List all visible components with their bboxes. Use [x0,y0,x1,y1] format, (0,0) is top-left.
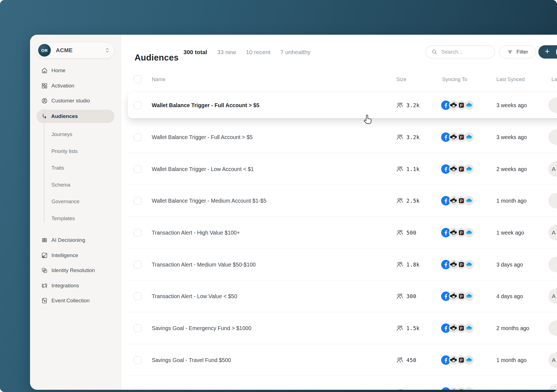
row-checkbox[interactable] [134,388,141,390]
column-header-clipped: La [551,76,557,82]
last-synced-value: 3 weeks ago [496,134,527,140]
sidebar-nav-item[interactable]: Identity Resolution [30,263,121,278]
last-synced-value: 2 months ago [496,325,529,331]
syncing-destinations: salesforce [441,100,474,110]
nav-item-icon [41,82,48,89]
audience-size-icon [396,261,403,268]
audience-size-icon [396,388,403,390]
sidebar-nav-item[interactable]: Activation [30,78,121,94]
facebook-icon [441,387,451,390]
sidebar-nav-item[interactable]: Event Collection [30,293,121,308]
column-header-name: Name [152,76,165,82]
avatar [548,193,557,208]
audience-size-icon [396,165,403,173]
app-window: OR ACME Home Activation Customer studio … [30,35,557,390]
svg-text:salesforce: salesforce [467,105,471,106]
svg-text:salesforce: salesforce [467,328,471,329]
audience-table-body: Wallet Balance Trigger - Full Account > … [121,89,557,390]
nav-item-icon [41,252,48,259]
audience-table-row[interactable]: Savings Goal Trigger - Rainy Day Fund $1… [121,376,557,390]
sidebar: OR ACME Home Activation Customer studio … [30,35,121,390]
sidebar-nav-item[interactable]: Customer studio [30,93,121,109]
audience-name: Transaction Alert - High Value $100+ [152,230,240,236]
search-input[interactable] [441,49,489,55]
select-all-checkbox[interactable] [134,75,141,83]
last-synced-value: 4 days ago [496,293,523,300]
sidebar-sub-item[interactable]: Traits [30,160,121,177]
row-checkbox[interactable] [134,197,141,205]
audience-name: Wallet Balance Trigger - Medium Account … [152,198,266,204]
filter-label: Filter [516,49,528,55]
svg-text:salesforce: salesforce [467,169,471,170]
row-checkbox[interactable] [134,356,141,364]
audience-size-value: 450 [406,357,416,363]
audience-name: Transaction Alert - Medium Value $50-$10… [152,261,256,268]
salesforce-icon: salesforce [464,292,474,301]
audience-table-row[interactable]: Transaction Alert - Medium Value $50-$10… [121,248,557,280]
nav-item-icon [41,282,48,289]
nav-item-label: Identity Resolution [51,267,95,273]
avatar [548,257,557,272]
audience-table-row[interactable]: Transaction Alert - Low Value < $50 300 … [121,280,557,312]
row-checkbox[interactable] [134,229,141,237]
sidebar-nav-item[interactable]: Intelligence [30,248,121,263]
audience-stat-chip[interactable]: 7 unhealthy [280,49,310,56]
avatar [548,384,557,390]
sidebar-sub-item[interactable]: Priority lists [30,143,121,160]
sidebar-nav-top: Home Activation Customer studio [30,63,121,109]
audience-table-row[interactable]: Savings Goal - Emergency Fund > $1000 1.… [121,312,557,344]
audience-stat-chip[interactable]: 33 new [217,49,236,56]
row-checkbox[interactable] [134,133,141,141]
p-logo-icon [457,387,466,390]
audience-table-row[interactable]: Wallet Balance Trigger - Full Account > … [121,89,557,121]
sidebar-nav-item[interactable]: Home [30,63,121,78]
audience-size-icon [396,134,403,141]
nav-item-label: Home [51,67,66,74]
salesforce-icon: salesforce [464,387,474,390]
filter-button[interactable]: Filter [499,46,536,58]
avatar [548,129,557,145]
salesforce-icon: salesforce [464,196,474,205]
sidebar-sub-item[interactable]: Governance [30,193,121,210]
audience-table-row[interactable]: Wallet Balance Trigger - Medium Account … [121,185,557,217]
audience-size-value: 7.2k [406,389,420,390]
salesforce-icon: salesforce [464,164,474,174]
sidebar-sub-item[interactable]: Schema [30,177,121,194]
last-synced-value: 1 month ago [496,389,526,390]
row-checkbox[interactable] [134,165,141,173]
row-checkbox[interactable] [134,292,141,300]
audience-name: Wallet Balance Trigger - Full Account > … [152,102,259,109]
audience-table-row[interactable]: Wallet Balance Trigger - Full Account > … [121,121,557,153]
column-header-last-synced: Last Synced [496,76,525,82]
audience-stat-chip[interactable]: 10 recent [246,49,270,56]
audience-table-row[interactable]: Wallet Balance Trigger - Low Account < $… [121,153,557,185]
row-checkbox[interactable] [134,261,141,268]
audience-size-value: 300 [406,293,416,299]
nested-arrow-icon [41,113,48,120]
nav-item-icon [41,67,48,74]
row-checkbox[interactable] [134,324,141,332]
create-audience-button[interactable]: + [538,45,557,59]
audience-size-value: 1.8k [406,262,420,268]
active-item-label: Audiences [51,113,78,119]
sidebar-sub-item[interactable]: Templates [30,210,121,227]
nav-item-label: Intelligence [51,252,78,258]
org-switcher[interactable]: OR ACME [36,42,115,58]
sidebar-item-audiences-active[interactable]: Audiences [36,110,115,123]
nav-item-label: Customer studio [51,98,90,104]
avatar: A [548,225,557,240]
sidebar-nav-item[interactable]: AI Decisioning [30,233,121,248]
audience-size-icon [396,293,403,300]
audience-table-row[interactable]: Transaction Alert - High Value $100+ 500… [121,217,557,249]
sidebar-nav-item[interactable]: Integrations [30,278,121,293]
audience-stat-chip[interactable]: 300 total [183,49,207,56]
sidebar-sub-item[interactable]: Journeys [30,126,121,143]
org-avatar: OR [38,44,51,57]
last-synced-value: 1 month ago [496,357,526,363]
audience-table-row[interactable]: Savings Goal - Travel Fund $500 450 sale… [121,344,557,376]
column-header-size: Size [396,76,406,82]
search-box [426,46,495,58]
nav-item-label: Event Collection [51,298,89,304]
audience-size-value: 3.2k [406,102,420,108]
row-checkbox[interactable] [134,101,141,109]
